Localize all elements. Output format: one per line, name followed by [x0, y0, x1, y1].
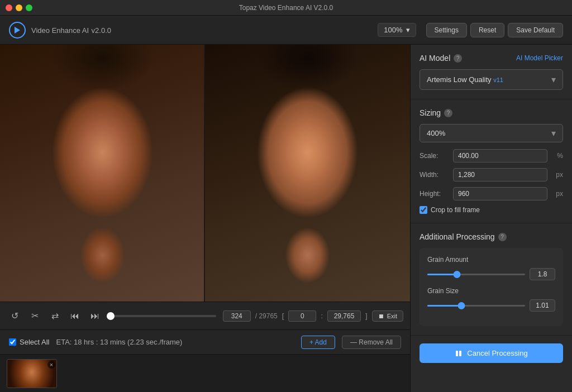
width-unit: px — [552, 171, 563, 179]
model-dropdown[interactable]: Artemis Low Quality v11 ▾ — [420, 69, 563, 90]
grain-amount-label: Grain Amount — [427, 256, 555, 264]
svg-rect-2 — [459, 351, 461, 356]
sizing-dropdown[interactable]: 400% ▾ — [420, 124, 563, 142]
ai-model-help-icon[interactable]: ? — [454, 54, 462, 63]
zoom-control[interactable]: 100% ▾ — [378, 23, 416, 37]
exit-button[interactable]: ⏹ Exit — [372, 310, 403, 322]
frame-end-input[interactable]: 29,765 — [327, 310, 361, 322]
additional-processing-box: Grain Amount 1.8 Grain Size — [420, 248, 563, 326]
video-frame-right — [205, 45, 410, 302]
sizing-chevron-icon: ▾ — [551, 128, 556, 138]
crop-checkbox[interactable] — [420, 206, 427, 214]
svg-rect-1 — [456, 351, 458, 356]
timeline-track[interactable] — [109, 315, 216, 317]
sizing-header: Sizing ? — [420, 108, 563, 117]
grain-size-track[interactable] — [427, 305, 525, 307]
crop-row[interactable]: Crop to fill frame — [420, 206, 563, 214]
grain-size-slider-row: 1.01 — [427, 299, 555, 312]
video-pane-left — [0, 45, 205, 302]
ai-model-header: AI Model ? AI Model Picker — [420, 54, 563, 63]
content-area: ↺ ✂ ⇄ ⏮ ⏭ 324 / 29765 [ 0 : 29,765 ] ⏹ E… — [0, 45, 572, 392]
additional-processing-section: Additional Processing ? Grain Amount 1.8 — [411, 223, 572, 336]
select-all-label[interactable]: Select All — [9, 338, 49, 346]
model-name: Artemis Low Quality v11 — [427, 75, 503, 84]
width-input[interactable]: 1,280 — [453, 168, 547, 181]
height-row: Height: 960 px — [420, 187, 563, 200]
right-panel: AI Model ? AI Model Picker Artemis Low Q… — [410, 45, 572, 392]
width-row: Width: 1,280 px — [420, 168, 563, 181]
cut-button[interactable]: ✂ — [27, 308, 42, 324]
grain-amount-slider-row: 1.8 — [427, 268, 555, 280]
shuffle-button[interactable]: ⇄ — [47, 308, 63, 324]
maximize-button[interactable] — [26, 4, 32, 11]
zoom-value: 100% — [384, 26, 402, 34]
additional-processing-help-icon[interactable]: ? — [498, 233, 507, 241]
eta-text: ETA: 18 hrs : 13 mins (2.23 sec./frame) — [56, 338, 182, 346]
frame-start-input[interactable]: 0 — [288, 310, 316, 322]
bottom-bar: Select All ETA: 18 hrs : 13 mins (2.23 s… — [0, 329, 410, 354]
cancel-processing-label: Cancel Processing — [467, 349, 527, 357]
sizing-section: Sizing ? 400% ▾ Scale: 400.00 % Width: 1… — [411, 99, 572, 223]
width-label: Width: — [420, 171, 449, 179]
zoom-chevron-icon: ▾ — [406, 26, 410, 34]
colon-sep: : — [321, 312, 323, 320]
settings-button[interactable]: Settings — [426, 23, 467, 37]
play-icon — [13, 26, 22, 35]
main-layout: Video Enhance AI v2.0.0 100% ▾ Settings … — [0, 16, 572, 392]
prev-frame-button[interactable]: ⏮ — [67, 308, 83, 324]
thumbnail-close-button[interactable]: × — [47, 361, 55, 369]
video-controls: ↺ ✂ ⇄ ⏮ ⏭ 324 / 29765 [ 0 : 29,765 ] ⏹ E… — [0, 302, 410, 329]
remove-all-button[interactable]: — Remove All — [342, 336, 401, 349]
video-compare — [0, 45, 410, 302]
video-frame-left — [0, 45, 205, 302]
scale-row: Scale: 400.00 % — [420, 149, 563, 162]
height-input[interactable]: 960 — [453, 187, 547, 200]
bracket-close: ] — [365, 312, 368, 320]
grain-amount-value[interactable]: 1.8 — [530, 268, 555, 280]
thumbnail-item[interactable]: × — [7, 359, 57, 388]
titlebar: Topaz Video Enhance AI V2.0.0 — [0, 0, 572, 16]
add-button[interactable]: + Add — [301, 336, 335, 349]
grain-amount-fill — [427, 274, 457, 275]
app-header: Video Enhance AI v2.0.0 100% ▾ Settings … — [0, 16, 572, 45]
minimize-button[interactable] — [16, 4, 22, 11]
reset-button[interactable]: Reset — [470, 23, 504, 37]
pause-icon — [455, 350, 463, 357]
scale-unit: % — [552, 152, 563, 160]
grain-size-value[interactable]: 1.01 — [530, 299, 555, 312]
exit-icon: ⏹ — [378, 313, 384, 319]
app-logo — [9, 22, 26, 39]
ai-model-picker-link[interactable]: AI Model Picker — [516, 54, 563, 62]
crop-label: Crop to fill frame — [431, 206, 480, 214]
sizing-help-icon[interactable]: ? — [444, 109, 452, 117]
loop-button[interactable]: ↺ — [7, 308, 22, 324]
ai-model-section: AI Model ? AI Model Picker Artemis Low Q… — [411, 45, 572, 99]
next-frame-button[interactable]: ⏭ — [87, 308, 103, 324]
window-controls[interactable] — [6, 4, 32, 11]
timeline-thumb[interactable] — [107, 312, 115, 320]
grain-amount-track[interactable] — [427, 274, 525, 275]
app-title: Video Enhance AI v2.0.0 — [31, 25, 111, 35]
height-label: Height: — [420, 190, 449, 198]
video-pane-right — [205, 45, 410, 302]
sizing-value: 400% — [427, 129, 445, 137]
close-button[interactable] — [6, 4, 12, 11]
video-panel: ↺ ✂ ⇄ ⏮ ⏭ 324 / 29765 [ 0 : 29,765 ] ⏹ E… — [0, 45, 410, 392]
cancel-processing-button[interactable]: Cancel Processing — [420, 343, 563, 363]
bracket-open: [ — [282, 312, 284, 320]
model-dropdown-chevron-icon: ▾ — [551, 74, 556, 85]
current-frame-input[interactable]: 324 — [223, 310, 251, 322]
grain-size-label: Grain Size — [427, 287, 555, 295]
grain-amount-thumb[interactable] — [453, 271, 460, 278]
save-default-button[interactable]: Save Default — [508, 23, 563, 37]
scale-label: Scale: — [420, 152, 449, 160]
scale-input[interactable]: 400.00 — [453, 149, 547, 162]
thumbnail-strip: × — [0, 354, 410, 392]
frame-total-label: / 29765 — [255, 312, 278, 320]
grain-size-thumb[interactable] — [458, 302, 465, 309]
height-unit: px — [552, 190, 563, 198]
additional-processing-header: Additional Processing ? — [420, 232, 563, 241]
select-all-checkbox[interactable] — [9, 338, 16, 346]
grain-size-fill — [427, 305, 461, 307]
svg-marker-0 — [15, 27, 20, 34]
